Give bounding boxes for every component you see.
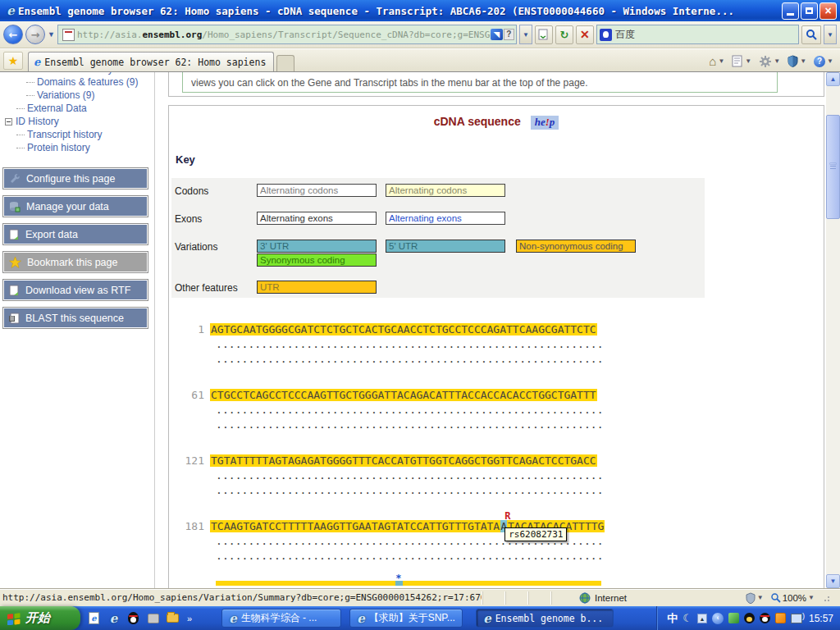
clipped-sequence-line <box>216 581 601 586</box>
tools-button[interactable]: ▼ <box>759 55 780 68</box>
task-button-ensembl[interactable]: eEnsembl genome b... <box>476 609 614 628</box>
taskbar: 开始 e e » e生物科学综合 - ... e【求助】关于SNP... eEn… <box>0 606 840 630</box>
show-desktop-shortcut[interactable] <box>146 611 160 625</box>
green-tray-icon[interactable] <box>728 613 739 623</box>
search-button[interactable] <box>801 25 821 44</box>
configure-page-button[interactable]: Configure this page <box>2 167 148 189</box>
compatibility-view-button[interactable] <box>535 25 553 44</box>
ie-document-shortcut[interactable]: e <box>87 611 101 625</box>
page-menu-icon <box>732 55 743 67</box>
safety-button[interactable]: ▼ <box>788 55 806 67</box>
page-menu-button[interactable]: ▼ <box>732 55 751 67</box>
address-bar[interactable]: http://asia.ensembl.org/Homo_sapiens/Tra… <box>57 25 517 44</box>
page-viewport: Protein Summary Domains & features (9) V… <box>0 72 840 588</box>
tree-item-domains-features[interactable]: Domains & features (9) <box>26 75 154 89</box>
variation-dots: ........................................… <box>216 404 604 416</box>
tree-item-id-history[interactable]: ID History <box>5 115 154 128</box>
tab-active[interactable]: e Ensembl genome browser 62: Homo sapien… <box>28 52 274 71</box>
zone-label: Internet <box>595 593 627 603</box>
address-dropdown-button[interactable]: ▼ <box>519 25 532 44</box>
favorites-button[interactable]: ★ <box>3 52 23 70</box>
windows-flag-icon <box>7 612 21 625</box>
baidu-accelerator-icon[interactable]: ◥ <box>491 29 503 40</box>
protected-mode-button[interactable]: ▼ <box>746 592 764 604</box>
update-tray-icon[interactable]: ▲ <box>697 614 707 623</box>
ime-indicator[interactable]: 中 <box>667 611 678 626</box>
history-dropdown-icon[interactable]: ▼ <box>48 30 55 39</box>
line-number: 1 <box>169 323 210 336</box>
zoom-magnifier-icon <box>770 592 781 603</box>
line-number: 181 <box>169 520 210 532</box>
tooltip-row: TCAAGTGATCCTTTTTAAGGTTGAATAGTATCCATTGTTT… <box>216 527 567 541</box>
vertical-scrollbar[interactable]: ▲ ▼ <box>826 72 840 588</box>
tree-item-variations[interactable]: Variations (9) <box>26 89 154 102</box>
refresh-button[interactable]: ↻ <box>555 25 573 44</box>
scroll-thumb[interactable] <box>826 115 840 219</box>
collapse-expander-icon[interactable] <box>5 118 12 126</box>
task-button-snp-thread[interactable]: e【求助】关于SNP... <box>349 609 463 628</box>
baidu-icon <box>600 29 612 41</box>
blast-document-icon <box>9 313 20 324</box>
bookmark-page-button[interactable]: Bookmark this page <box>2 251 148 273</box>
back-button[interactable]: ← <box>3 25 23 44</box>
scroll-down-button[interactable]: ▼ <box>826 574 840 588</box>
search-box[interactable]: 百度 <box>596 25 799 44</box>
zoom-control[interactable]: 100% ▼ <box>770 592 815 603</box>
start-label: 开始 <box>25 610 50 626</box>
gear-icon <box>759 55 772 68</box>
status-bar: http://asia.ensembl.org/Homo_sapiens/Var… <box>0 588 840 606</box>
restore-button[interactable] <box>801 2 818 20</box>
variation-dots: ........................................… <box>216 469 604 482</box>
line-number: 121 <box>169 454 210 467</box>
new-tab-stub[interactable] <box>276 55 294 71</box>
internet-explorer-icon: e <box>3 3 18 18</box>
collapse-tray-icon[interactable]: ‹ <box>712 613 724 624</box>
blast-sequence-button[interactable]: BLAST this sequence <box>2 307 148 329</box>
stop-button[interactable]: ✕ <box>576 25 594 44</box>
orange-tray-icon[interactable] <box>775 613 786 623</box>
search-dropdown-button[interactable]: ▼ <box>824 25 837 44</box>
task-title: Ensembl genome b... <box>495 613 604 624</box>
window-title: Ensembl genome browser 62: Homo sapiens … <box>18 5 782 17</box>
export-data-button[interactable]: Export data <box>2 223 148 245</box>
close-button[interactable]: × <box>819 2 837 20</box>
forward-button[interactable]: → <box>25 25 45 44</box>
qq-shortcut[interactable] <box>126 611 140 625</box>
snp-tooltip: rs62082731 <box>504 527 567 541</box>
variation-dots: ........................................… <box>216 338 604 350</box>
download-rtf-button[interactable]: Download view as RTF <box>2 279 148 301</box>
button-label: Configure this page <box>26 173 115 185</box>
task-button-forum[interactable]: e生物科学综合 - ... <box>221 609 341 628</box>
sequence-display: 1AGTGCAATGGGGCGATCTCTGCTCACTGCAACCTCTGCC… <box>169 106 824 588</box>
qq2-tray-icon[interactable] <box>760 613 770 623</box>
address-help-icon[interactable]: ? <box>504 29 514 40</box>
help-icon: ? <box>814 56 825 67</box>
sidebar: Protein Summary Domains & features (9) V… <box>0 72 155 588</box>
wrench-icon <box>9 173 21 185</box>
network-tray-icon[interactable] <box>791 614 802 623</box>
tree-item-external-data[interactable]: External Data <box>16 102 154 115</box>
quick-launch-overflow-icon[interactable]: » <box>185 614 194 623</box>
sequence-text: AGTGCAATGGGGCGATCTCTGCTCACTGCAACCTCTGCCT… <box>210 323 597 336</box>
security-zone: Internet <box>579 592 694 604</box>
shield-icon <box>788 55 798 67</box>
minimize-button[interactable] <box>782 2 799 20</box>
page-icon <box>62 29 75 41</box>
moon-tray-icon[interactable]: ☾ <box>682 612 692 624</box>
scroll-up-button[interactable]: ▲ <box>826 72 840 86</box>
manage-data-button[interactable]: Manage your data <box>2 195 148 217</box>
sequence-block-5: * <box>169 572 824 588</box>
folder-shortcut[interactable] <box>166 611 180 625</box>
button-label: BLAST this sequence <box>25 313 124 324</box>
main-content: views you can click on the Gene and Tran… <box>156 72 826 588</box>
start-button[interactable]: 开始 <box>0 606 80 630</box>
home-button[interactable]: ⌂▼ <box>709 54 724 68</box>
home-icon: ⌂ <box>709 54 716 68</box>
internet-explorer-shortcut[interactable]: e <box>107 611 121 625</box>
resize-grip[interactable] <box>823 593 833 603</box>
help-button[interactable]: ?▼ <box>814 56 833 67</box>
button-label: Export data <box>25 229 78 240</box>
tree-item-protein-history[interactable]: Protein history <box>16 141 154 154</box>
qq-tray-icon[interactable] <box>744 613 755 623</box>
tree-item-transcript-history[interactable]: Transcript history <box>16 128 154 141</box>
